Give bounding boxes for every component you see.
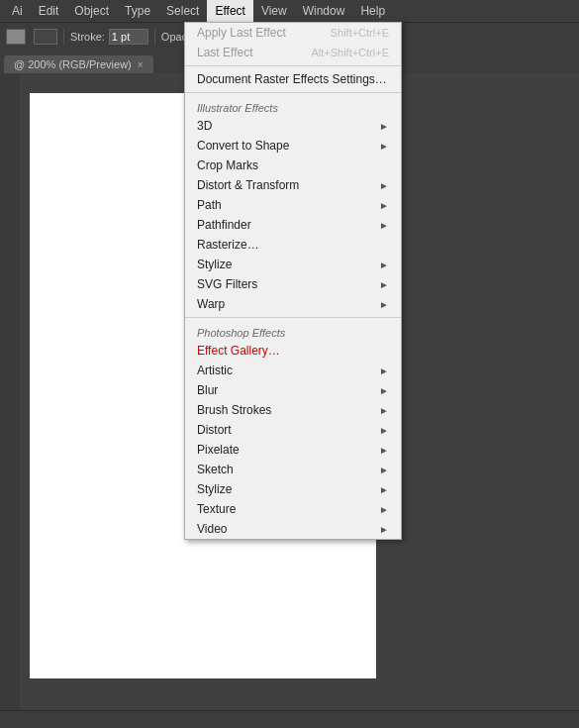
menu-rasterize[interactable]: Rasterize… bbox=[185, 235, 401, 255]
document-tab[interactable]: @ 200% (RGB/Preview) × bbox=[4, 55, 153, 73]
arrow-video: ► bbox=[379, 524, 389, 535]
document-raster-item[interactable]: Document Raster Effects Settings… bbox=[185, 69, 401, 89]
arrow-pathfinder: ► bbox=[379, 220, 389, 231]
effect-dropdown-menu: Apply Last Effect Shift+Ctrl+E Last Effe… bbox=[184, 22, 402, 540]
fill-swatch[interactable] bbox=[34, 29, 57, 45]
menu-convert-to-shape[interactable]: Convert to Shape ► bbox=[185, 136, 401, 156]
pathfinder-label: Pathfinder bbox=[197, 218, 251, 232]
arrow-sketch: ► bbox=[379, 465, 389, 475]
arrow-distort: ► bbox=[379, 425, 389, 436]
menu-stylize-ps[interactable]: Stylize ► bbox=[185, 479, 401, 499]
effect-gallery-label: Effect Gallery… bbox=[197, 344, 280, 358]
arrow-convert: ► bbox=[379, 141, 389, 152]
menu-stylize-ill[interactable]: Stylize ► bbox=[185, 255, 401, 274]
tab-close-button[interactable]: × bbox=[138, 59, 144, 70]
last-effect-item[interactable]: Last Effect Alt+Shift+Ctrl+E bbox=[185, 43, 401, 62]
menu-texture[interactable]: Texture ► bbox=[185, 499, 401, 519]
distort-label: Distort bbox=[197, 423, 232, 437]
brush-strokes-label: Brush Strokes bbox=[197, 403, 271, 417]
menu-blur[interactable]: Blur ► bbox=[185, 380, 401, 400]
menu-object[interactable]: Object bbox=[66, 0, 117, 22]
apply-last-effect-label: Apply Last Effect bbox=[197, 26, 286, 40]
menu-3d[interactable]: 3D ► bbox=[185, 116, 401, 136]
stroke-input[interactable] bbox=[109, 29, 148, 45]
apply-last-effect-item[interactable]: Apply Last Effect Shift+Ctrl+E bbox=[185, 23, 401, 43]
menu-edit[interactable]: Edit bbox=[31, 0, 67, 22]
separator-2 bbox=[154, 29, 155, 45]
arrow-stylize-ill: ► bbox=[379, 260, 389, 270]
arrow-3d: ► bbox=[379, 121, 389, 132]
stylize-ill-label: Stylize bbox=[197, 258, 232, 271]
status-bar bbox=[0, 710, 579, 728]
arrow-brush-strokes: ► bbox=[379, 405, 389, 416]
menu-effect[interactable]: Effect bbox=[207, 0, 252, 22]
texture-label: Texture bbox=[197, 502, 236, 516]
menu-path[interactable]: Path ► bbox=[185, 195, 401, 215]
menu-window[interactable]: Window bbox=[295, 0, 353, 22]
illustrator-effects-header: Illustrator Effects bbox=[185, 96, 401, 116]
tab-label: @ 200% (RGB/Preview) bbox=[14, 58, 132, 70]
arrow-stylize-ps: ► bbox=[379, 484, 389, 495]
path-label: Path bbox=[197, 198, 222, 212]
arrow-svg-filters: ► bbox=[379, 279, 389, 290]
menu-pathfinder[interactable]: Pathfinder ► bbox=[185, 215, 401, 235]
menu-svg-filters[interactable]: SVG Filters ► bbox=[185, 274, 401, 294]
arrow-pixelate: ► bbox=[379, 445, 389, 456]
arrow-artistic: ► bbox=[379, 365, 389, 376]
stroke-label: Stroke: bbox=[70, 31, 105, 43]
separator-1 bbox=[63, 29, 64, 45]
svg-filters-label: SVG Filters bbox=[197, 277, 257, 291]
menu-view[interactable]: View bbox=[253, 0, 295, 22]
rasterize-label: Rasterize… bbox=[197, 238, 259, 252]
menu-artistic[interactable]: Artistic ► bbox=[185, 361, 401, 380]
arrow-texture: ► bbox=[379, 504, 389, 515]
left-tool-panel bbox=[0, 73, 20, 710]
menu-ai[interactable]: Ai bbox=[4, 0, 31, 22]
menu-crop-marks[interactable]: Crop Marks bbox=[185, 156, 401, 175]
menu-warp[interactable]: Warp ► bbox=[185, 294, 401, 314]
menu-distort-transform[interactable]: Distort & Transform ► bbox=[185, 175, 401, 195]
menu-type[interactable]: Type bbox=[117, 0, 158, 22]
warp-label: Warp bbox=[197, 297, 225, 311]
crop-marks-label: Crop Marks bbox=[197, 158, 258, 172]
convert-to-shape-label: Convert to Shape bbox=[197, 139, 289, 153]
sep-2 bbox=[185, 92, 401, 93]
apply-last-effect-shortcut: Shift+Ctrl+E bbox=[331, 27, 389, 39]
document-raster-label: Document Raster Effects Settings… bbox=[197, 72, 387, 86]
menu-3d-label: 3D bbox=[197, 119, 212, 133]
tool-icon bbox=[6, 29, 26, 45]
menu-pixelate[interactable]: Pixelate ► bbox=[185, 440, 401, 460]
sketch-label: Sketch bbox=[197, 463, 234, 476]
menu-select[interactable]: Select bbox=[158, 0, 207, 22]
menu-effect-gallery[interactable]: Effect Gallery… bbox=[185, 341, 401, 361]
menu-distort[interactable]: Distort ► bbox=[185, 420, 401, 440]
arrow-distort-transform: ► bbox=[379, 180, 389, 191]
menu-sketch[interactable]: Sketch ► bbox=[185, 460, 401, 479]
menu-video[interactable]: Video ► bbox=[185, 519, 401, 539]
last-effect-label: Last Effect bbox=[197, 46, 252, 59]
menu-bar: Ai Edit Object Type Select Effect View W… bbox=[0, 0, 579, 22]
sep-3 bbox=[185, 317, 401, 318]
menu-brush-strokes[interactable]: Brush Strokes ► bbox=[185, 400, 401, 420]
distort-transform-label: Distort & Transform bbox=[197, 178, 299, 192]
arrow-warp: ► bbox=[379, 299, 389, 310]
arrow-blur: ► bbox=[379, 385, 389, 396]
menu-help[interactable]: Help bbox=[352, 0, 393, 22]
arrow-path: ► bbox=[379, 200, 389, 211]
video-label: Video bbox=[197, 522, 227, 536]
blur-label: Blur bbox=[197, 383, 218, 397]
photoshop-effects-header: Photoshop Effects bbox=[185, 321, 401, 341]
sep-1 bbox=[185, 65, 401, 66]
pixelate-label: Pixelate bbox=[197, 443, 240, 457]
stylize-ps-label: Stylize bbox=[197, 482, 232, 496]
artistic-label: Artistic bbox=[197, 364, 233, 377]
last-effect-shortcut: Alt+Shift+Ctrl+E bbox=[311, 47, 389, 58]
